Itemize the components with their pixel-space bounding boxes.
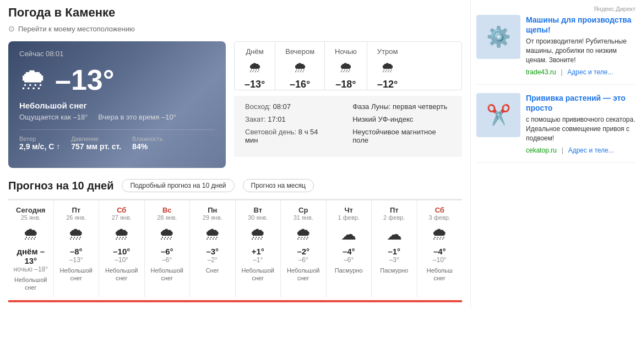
sidebar: Яндекс.Директ ⚙️ Машины для производства…	[470, 0, 641, 308]
current-weather-card: Сейчас 08:01 🌨 –13° Небольшой снег Ощуща…	[8, 41, 226, 168]
forecast-condition: Небольшой снег	[104, 267, 140, 282]
forecast-temp-night: ночью –18°	[13, 265, 49, 273]
pressure-value: 757 мм рт. ст.	[71, 142, 121, 151]
forecast-condition: Небольшой снег	[58, 267, 95, 282]
forecast-condition: Пасмурно	[331, 267, 367, 274]
forecast-day-name: Пт	[58, 206, 95, 214]
forecast-temp-night: –6°	[149, 256, 186, 264]
sunrise-value: 08:07	[273, 102, 291, 111]
wind-value: 2,9 м/с, С ↑	[19, 142, 60, 151]
forecast-condition: Снег	[194, 267, 231, 274]
humidity-label: Влажность	[132, 135, 163, 142]
forecast-temp-day: –6°	[149, 247, 186, 256]
ad-text-1: Прививка растений — это просто с помощью…	[526, 93, 635, 154]
ad-link-1[interactable]: cekatop.ru	[526, 146, 557, 154]
ad-item-1[interactable]: ✂️ Прививка растений — это просто с помо…	[476, 93, 635, 163]
humidity-detail: Влажность 84%	[132, 135, 163, 151]
forecast-temp-day: –8°	[58, 247, 95, 256]
ad-image-0: ⚙️	[476, 15, 520, 59]
ad-title-1[interactable]: Прививка растений — это просто	[526, 93, 635, 113]
forecast-temp-day: –2°	[285, 247, 322, 256]
current-feels: Ощущается как –18° Вчера в это время –10…	[19, 113, 215, 121]
forecast-title: Прогноз на 10 дней	[8, 180, 113, 192]
forecast-day-9[interactable]: Сб 3 февр. 🌨 –4° –10° Небольш снег	[417, 200, 463, 297]
detailed-forecast-button[interactable]: Подробный прогноз на 10 дней	[122, 179, 234, 192]
month-forecast-button[interactable]: Прогноз на месяц	[243, 179, 314, 192]
forecast-day-4[interactable]: Пн 29 янв. 🌨 –3° –2° Снег	[190, 200, 236, 297]
forecast-temp-night: –3°	[376, 256, 412, 264]
forecast-day-icon: ☁	[376, 225, 412, 243]
forecast-temp-night: –6°	[285, 256, 322, 264]
forecast-day-name: Сб	[422, 206, 458, 214]
forecast-day-name: Вт	[240, 206, 276, 214]
day-period-label: Днём	[245, 47, 265, 56]
forecast-day-icon: 🌨	[58, 225, 95, 243]
location-icon: ⊙	[8, 24, 15, 33]
forecast-temp-night: –2°	[194, 256, 231, 264]
ad-title-0[interactable]: Машины для производства щепы!	[526, 15, 635, 35]
wind-label: Ветер	[19, 135, 60, 142]
sunrise-label: Восход:	[245, 102, 271, 111]
ad-addr-1[interactable]: Адрес и теле...	[568, 146, 614, 154]
ad-item-0[interactable]: ⚙️ Машины для производства щепы! От прои…	[476, 15, 635, 85]
forecast-day-name: Сегодня	[13, 206, 49, 214]
current-temp: –13°	[55, 63, 115, 96]
forecast-temp-day: –3°	[194, 247, 231, 256]
ad-desc-1: с помощью прививочного секатора. Идеальн…	[526, 115, 635, 143]
day-period-label: Утром	[377, 47, 398, 56]
forecast-day-name: Вс	[149, 206, 186, 214]
current-description: Небольшой снег	[19, 101, 215, 110]
current-weather-icon: 🌨	[19, 64, 47, 96]
day-period-temp: –12°	[377, 79, 398, 90]
forecast-day-icon: 🌨	[422, 225, 458, 243]
bottom-bar	[8, 300, 462, 302]
forecast-day-name: Пн	[194, 206, 231, 214]
day-period-label: Вечером	[285, 47, 314, 56]
forecast-temp-day: днём –13°	[13, 247, 49, 265]
forecast-temp-night: –6°	[331, 256, 367, 264]
moon-label: Фаза Луны:	[352, 102, 390, 111]
day-period-Ночью: Ночью 🌨 –18°	[325, 42, 367, 90]
forecast-day-date: 31 янв.	[285, 214, 322, 221]
location-link[interactable]: ⊙ Перейти к моему местоположению	[8, 24, 462, 33]
forecast-day-icon: 🌨	[194, 225, 231, 243]
day-period-Днём: Днём 🌨 –13°	[235, 42, 275, 90]
forecast-day-7[interactable]: Чт 1 февр. ☁ –4° –6° Пасмурно	[327, 200, 372, 297]
forecast-day-8[interactable]: Пт 2 февр. ☁ –1° –3° Пасмурно	[372, 200, 417, 297]
forecast-temp-night: –13°	[58, 256, 95, 264]
forecast-temp-day: +1°	[240, 247, 276, 256]
forecast-day-1[interactable]: Пт 26 янв. 🌨 –8° –13° Небольшой снег	[54, 200, 100, 297]
feels-like-text: Ощущается как –18°	[19, 113, 88, 121]
forecast-day-6[interactable]: Ср 31 янв. 🌨 –2° –6° Небольшой снег	[281, 200, 327, 297]
day-periods-strip: Днём 🌨 –13° Вечером 🌨 –16° Ночью 🌨 –18° …	[235, 42, 461, 90]
forecast-day-date: 2 февр.	[376, 214, 412, 221]
forecast-condition: Пасмурно	[376, 267, 412, 274]
forecast-day-name: Сб	[104, 206, 140, 214]
forecast-day-date: 1 февр.	[331, 214, 367, 221]
ad-addr-0[interactable]: Адрес и теле...	[567, 68, 613, 76]
forecast-temp-day: –4°	[422, 247, 458, 256]
sunset-label: Закат:	[245, 115, 266, 123]
daylight-label: Световой день:	[245, 128, 296, 136]
forecast-day-icon: 🌨	[104, 225, 140, 243]
forecast-day-0[interactable]: Сегодня 25 янв. 🌨 днём –13° ночью –18° Н…	[8, 200, 54, 297]
location-link-text: Перейти к моему местоположению	[18, 25, 135, 33]
ad-link-0[interactable]: trade43.ru	[526, 68, 556, 76]
day-period-icon: 🌨	[285, 60, 314, 75]
day-period-Утром: Утром 🌨 –12°	[367, 42, 408, 90]
humidity-value: 84%	[132, 142, 163, 151]
day-period-icon: 🌨	[335, 60, 357, 75]
ad-image-1: ✂️	[476, 93, 520, 137]
ads-label: Яндекс.Директ	[476, 6, 635, 12]
day-period-icon: 🌨	[245, 60, 265, 75]
forecast-day-5[interactable]: Вт 30 янв. 🌨 +1° –1° Небольшой снег	[236, 200, 281, 297]
forecast-temp-day: –4°	[331, 247, 367, 256]
sun-moon-block: Восход: 08:07 Закат: 17:01 Световой день…	[234, 96, 462, 157]
uv-label: Низкий УФ-индекс	[352, 115, 413, 123]
ad-text-0: Машины для производства щепы! От произво…	[526, 15, 635, 76]
forecast-day-icon: ☁	[331, 225, 367, 243]
forecast-day-2[interactable]: Сб 27 янв. 🌨 –10° –10° Небольшой снег	[99, 200, 145, 297]
forecast-day-icon: 🌨	[285, 225, 322, 243]
forecast-day-3[interactable]: Вс 28 янв. 🌨 –6° –6° Небольшой снег	[145, 200, 191, 297]
forecast-temp-day: –10°	[104, 247, 140, 256]
